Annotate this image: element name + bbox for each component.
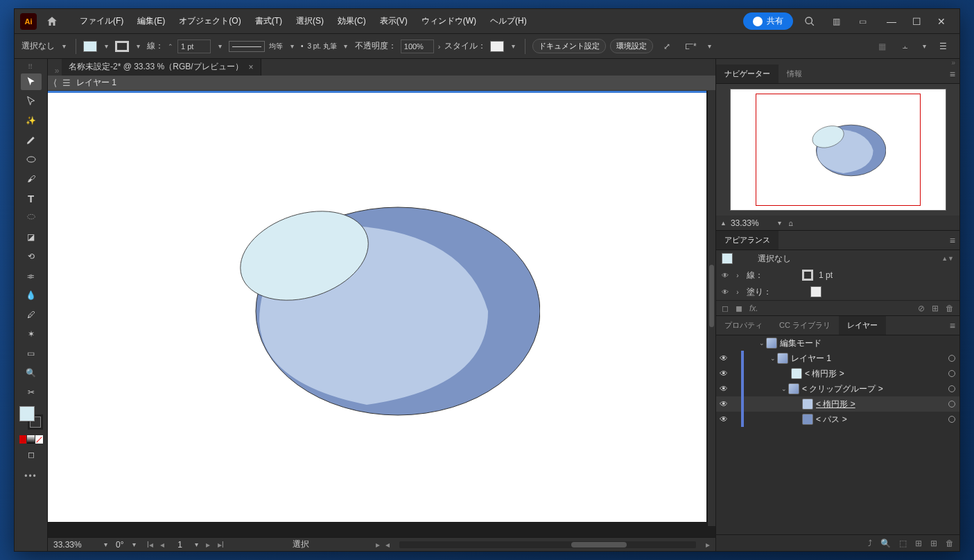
layer-row-path[interactable]: 👁 < パス > bbox=[716, 412, 959, 427]
visibility-icon[interactable]: 👁 bbox=[716, 384, 731, 394]
target-icon[interactable] bbox=[948, 370, 955, 377]
ellipse-tool[interactable] bbox=[21, 151, 42, 168]
target-icon[interactable] bbox=[948, 416, 955, 423]
make-clipping-icon[interactable]: ⬚ bbox=[899, 539, 907, 548]
pen-tool[interactable] bbox=[21, 132, 42, 148]
document-tab[interactable]: 名称未設定-2* @ 33.33 %（RGB/プレビュー） × bbox=[62, 59, 261, 76]
canvas[interactable] bbox=[48, 91, 715, 537]
add-fill-icon[interactable]: ◼ bbox=[736, 304, 742, 313]
search-layer-icon[interactable]: 🔍 bbox=[880, 539, 891, 548]
breadcrumb-layer[interactable]: レイヤー 1 bbox=[76, 77, 116, 89]
status-caret-left[interactable]: ◂ bbox=[385, 540, 390, 550]
navigator-zoom-value[interactable]: 33.33% bbox=[731, 218, 771, 228]
brush-dropdown[interactable] bbox=[341, 42, 351, 51]
prev-artboard-icon[interactable]: ◂ bbox=[157, 540, 168, 550]
disclosure-icon[interactable]: ⌄ bbox=[758, 340, 766, 347]
home-icon[interactable] bbox=[42, 13, 62, 30]
back-icon[interactable]: ⟨ bbox=[53, 78, 57, 88]
appearance-stroke-value[interactable]: 1 pt bbox=[819, 270, 833, 280]
fill-dropdown[interactable] bbox=[101, 42, 111, 51]
layer-row-editmode[interactable]: ⌄ 編集モード bbox=[716, 335, 959, 351]
search-icon[interactable] bbox=[800, 13, 819, 30]
close-tab-icon[interactable]: × bbox=[249, 62, 254, 72]
menu-object[interactable]: オブジェクト(O) bbox=[173, 12, 246, 30]
menu-effect[interactable]: 効果(C) bbox=[332, 12, 372, 30]
panel-collapse-icon[interactable]: » bbox=[716, 59, 959, 64]
layer-row-layer1[interactable]: 👁 ⌄ レイヤー 1 bbox=[716, 351, 959, 366]
visibility-icon[interactable]: 👁 bbox=[716, 399, 731, 409]
appearance-stroke-row[interactable]: 👁 › 線： 1 pt bbox=[716, 267, 959, 283]
vertical-scrollbar[interactable] bbox=[707, 91, 715, 526]
disclosure-icon[interactable]: › bbox=[734, 288, 741, 296]
eyedropper-tool[interactable]: 💧 bbox=[21, 287, 42, 304]
menu-help[interactable]: ヘルプ(H) bbox=[485, 12, 532, 30]
first-artboard-icon[interactable]: I◂ bbox=[144, 540, 155, 550]
profile-dropdown[interactable] bbox=[287, 42, 297, 51]
appearance-caret[interactable]: ▲▼ bbox=[941, 255, 954, 262]
lasso-tool[interactable] bbox=[21, 209, 42, 226]
zoom-tool[interactable]: 🔍 bbox=[21, 365, 42, 381]
appearance-tab[interactable]: アピアランス bbox=[716, 231, 779, 250]
document-setup-button[interactable]: ドキュメント設定 bbox=[532, 39, 606, 53]
disclosure-icon[interactable]: ⌄ bbox=[780, 385, 788, 392]
duplicate-icon[interactable]: ⊞ bbox=[932, 304, 939, 313]
add-effect-icon[interactable]: fx. bbox=[749, 304, 758, 313]
maximize-button[interactable]: ☐ bbox=[904, 13, 929, 30]
zoom-out-icon[interactable]: ▲ bbox=[720, 220, 727, 227]
visibility-icon[interactable]: 👁 bbox=[716, 353, 731, 363]
add-stroke-icon[interactable]: ◻ bbox=[722, 304, 729, 313]
status-caret[interactable]: ▸ bbox=[376, 540, 380, 550]
selection-tool[interactable] bbox=[21, 73, 42, 90]
delete-icon[interactable]: 🗑 bbox=[946, 304, 954, 313]
preferences-button[interactable]: 環境設定 bbox=[610, 39, 653, 53]
layer-row-ellipse[interactable]: 👁 < 楕円形 > bbox=[716, 366, 959, 381]
panel-menu-icon[interactable]: ≡ bbox=[950, 69, 955, 80]
edit-toolbar[interactable]: ••• bbox=[21, 466, 42, 482]
layer-row-clipgroup[interactable]: 👁 ⌄ < クリップグループ > bbox=[716, 381, 959, 396]
paintbrush-tool[interactable]: 🖌 bbox=[21, 170, 42, 187]
color-modes[interactable] bbox=[19, 435, 43, 444]
transform-icon[interactable]: ⤢ bbox=[657, 38, 677, 55]
menu-view[interactable]: 表示(V) bbox=[374, 12, 413, 30]
zoom-slider-icon[interactable]: ⩍ bbox=[789, 219, 793, 227]
rotate-dropdown[interactable] bbox=[129, 540, 139, 550]
magic-wand-tool[interactable]: ✨ bbox=[21, 112, 42, 129]
properties-tab[interactable]: プロパティ bbox=[716, 316, 771, 335]
layers-tab[interactable]: レイヤー bbox=[839, 316, 886, 335]
delete-layer-icon[interactable]: 🗑 bbox=[946, 539, 954, 548]
visibility-icon[interactable]: 👁 bbox=[716, 369, 731, 378]
fill-swatch[interactable] bbox=[83, 41, 97, 52]
opacity-input[interactable] bbox=[401, 40, 434, 53]
arrange-icon[interactable]: ▥ bbox=[826, 13, 846, 30]
locate-icon[interactable]: ⤴ bbox=[868, 539, 872, 548]
blend-tool[interactable]: 🖊 bbox=[21, 306, 42, 323]
stroke-swatch[interactable] bbox=[115, 41, 129, 52]
eraser-tool[interactable]: ◪ bbox=[21, 229, 42, 245]
target-icon[interactable] bbox=[948, 385, 955, 392]
distribute-icon[interactable]: ⫠ bbox=[896, 38, 915, 55]
zoom-level[interactable]: 33.33% bbox=[53, 540, 95, 550]
appearance-stroke-swatch[interactable] bbox=[802, 270, 813, 281]
menu-select[interactable]: 選択(S) bbox=[290, 12, 329, 30]
panel-menu-icon[interactable]: ≡ bbox=[950, 235, 955, 246]
disclosure-icon[interactable]: ⌄ bbox=[769, 355, 777, 362]
navigator-zoom-dropdown[interactable] bbox=[775, 218, 785, 228]
toolbox-grip[interactable]: ⠿ bbox=[28, 63, 35, 71]
stroke-dropdown[interactable] bbox=[133, 42, 143, 51]
align-dropdown[interactable] bbox=[704, 42, 714, 51]
style-dropdown[interactable] bbox=[508, 42, 518, 51]
screen-mode[interactable]: ◻ bbox=[21, 446, 42, 463]
type-tool[interactable]: T bbox=[21, 190, 42, 207]
disclosure-icon[interactable]: › bbox=[734, 272, 741, 279]
status-caret-right[interactable]: ▸ bbox=[706, 540, 710, 550]
target-icon[interactable] bbox=[948, 401, 955, 408]
appearance-fill-swatch[interactable] bbox=[810, 286, 821, 297]
panel-menu-icon[interactable]: ≡ bbox=[950, 320, 955, 331]
new-sublayer-icon[interactable]: ⊞ bbox=[915, 539, 922, 548]
visibility-icon[interactable]: 👁 bbox=[716, 414, 731, 424]
stroke-weight-input[interactable] bbox=[177, 40, 211, 53]
list-icon[interactable]: ☰ bbox=[933, 38, 953, 55]
width-tool[interactable]: ⟚ bbox=[21, 268, 42, 284]
menu-type[interactable]: 書式(T) bbox=[250, 12, 288, 30]
last-artboard-icon[interactable]: ▸I bbox=[215, 540, 226, 550]
